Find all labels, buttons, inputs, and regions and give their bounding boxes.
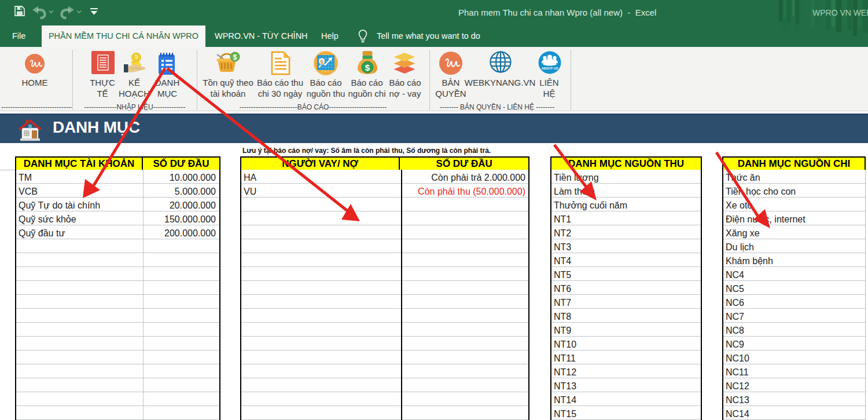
svg-text:$: $ [233, 53, 237, 61]
svg-text:$: $ [320, 59, 323, 65]
svg-text:$: $ [365, 63, 370, 72]
svg-text:ABOUT US: ABOUT US [542, 67, 558, 70]
